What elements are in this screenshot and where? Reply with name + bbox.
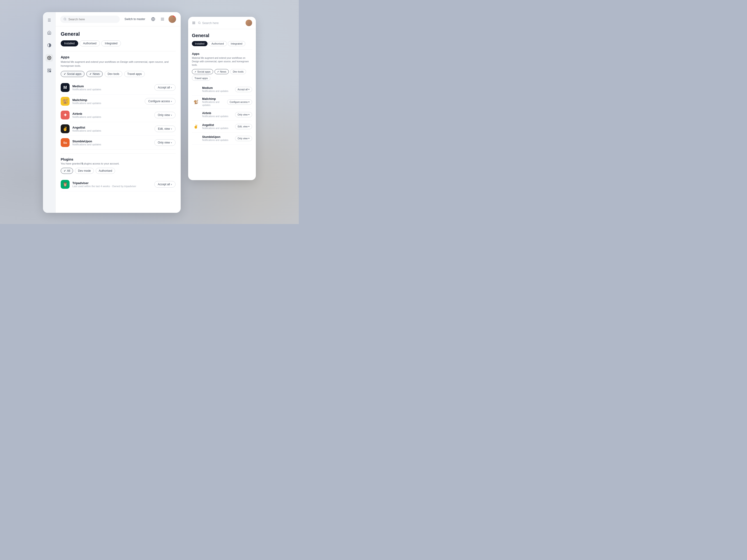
globe-icon[interactable] bbox=[150, 16, 156, 22]
tripadvisor-action-btn[interactable]: Accept all ▾ bbox=[154, 181, 176, 188]
airbnb-name: Airbnb bbox=[72, 112, 152, 115]
mailchimp-info: Mailchimp Notifications and updates bbox=[72, 98, 142, 105]
right-header: Search here bbox=[188, 17, 256, 29]
right-stumbleupon-icon: Su bbox=[192, 134, 200, 142]
mailchimp-action-btn[interactable]: Configure access ▾ bbox=[145, 98, 176, 105]
medium-action-btn[interactable]: Accept all ▾ bbox=[154, 84, 176, 91]
left-tabs: Installed Authorised Integrated bbox=[61, 41, 176, 47]
menu-icon[interactable] bbox=[159, 16, 166, 22]
right-panel: Search here General Installed Authorised… bbox=[188, 17, 256, 180]
right-app-row-airbnb: ✦ Airbnb Notifications and updates Only … bbox=[192, 109, 252, 121]
right-airbnb-name: Airbnb bbox=[202, 111, 233, 115]
app-row-medium: M Medium Notifications and updates Accep… bbox=[61, 81, 176, 95]
right-mailchimp-action-btn[interactable]: Configure access ▾ bbox=[227, 99, 252, 105]
angellist-action-btn[interactable]: Edit, view ▾ bbox=[155, 126, 176, 132]
airbnb-info: Airbnb Notifications and updates bbox=[72, 112, 152, 118]
right-chip-social[interactable]: ✓ Social apps bbox=[192, 69, 213, 74]
chip-news[interactable]: ✓ News bbox=[86, 71, 103, 77]
dropdown-arrow: ▾ bbox=[248, 125, 250, 128]
search-icon bbox=[63, 18, 67, 21]
stumbleupon-action-label: Only view bbox=[158, 141, 170, 144]
chip-label: Dev tools bbox=[233, 70, 243, 73]
right-angellist-icon: ✌ bbox=[192, 123, 200, 130]
right-angellist-name: Angellist bbox=[202, 124, 233, 127]
right-tab-installed[interactable]: Installed bbox=[192, 41, 208, 46]
medium-sub: Notifications and updates bbox=[72, 88, 152, 91]
right-body: General Installed Authorised Integrated … bbox=[188, 29, 256, 180]
sidebar-circle-icon[interactable] bbox=[46, 42, 53, 49]
sidebar-home-icon[interactable] bbox=[46, 29, 53, 36]
tab-installed[interactable]: Installed bbox=[61, 41, 78, 47]
tab-authorised[interactable]: Authorised bbox=[80, 41, 100, 47]
right-avatar[interactable] bbox=[246, 20, 252, 26]
sidebar-chart-icon[interactable] bbox=[46, 67, 53, 74]
chip-dev-tools[interactable]: Dev tools bbox=[105, 71, 122, 77]
right-app-row-angellist: ✌ Angellist Notifications and updates Ed… bbox=[192, 121, 252, 133]
plugins-filter-chips: ✓ All Dev mode Authorised bbox=[61, 168, 176, 174]
plugin-chip-devmode[interactable]: Dev mode bbox=[75, 168, 94, 174]
tripadvisor-icon: 🦉 bbox=[61, 180, 70, 189]
dropdown-arrow: ▾ bbox=[171, 86, 172, 89]
dropdown-arrow: ▾ bbox=[248, 101, 250, 103]
stumbleupon-action-btn[interactable]: Only view ▾ bbox=[154, 139, 176, 146]
sidebar: ☰ bbox=[43, 12, 56, 213]
chip-travel-apps[interactable]: Travel apps bbox=[124, 71, 145, 77]
right-tab-integrated[interactable]: Integrated bbox=[228, 41, 246, 46]
right-chip-dev[interactable]: Dev tools bbox=[230, 69, 246, 74]
main-content: Switch to master bbox=[56, 12, 181, 213]
chip-social-apps[interactable]: ✓ Social apps bbox=[61, 71, 84, 77]
search-input[interactable] bbox=[69, 18, 117, 21]
tripadvisor-name: Tripadviser bbox=[72, 181, 152, 185]
chip-label: Social apps bbox=[197, 70, 211, 73]
plugin-chip-all[interactable]: ✓ All bbox=[61, 168, 73, 174]
right-airbnb-icon: ✦ bbox=[192, 111, 200, 118]
mailchimp-icon: 🐒 bbox=[61, 97, 70, 106]
right-app-row-medium: M Medium Notifications and updates Accep… bbox=[192, 83, 252, 96]
sidebar-hamburger-icon[interactable]: ☰ bbox=[46, 16, 53, 24]
right-angellist-info: Angellist Notifications and updates bbox=[202, 124, 233, 130]
right-search[interactable]: Search here bbox=[198, 21, 243, 25]
mailchimp-action-label: Configure access bbox=[148, 100, 170, 103]
right-medium-action-btn[interactable]: Accept all ▾ bbox=[235, 87, 252, 92]
dropdown-arrow: ▾ bbox=[171, 100, 172, 103]
apps-section-desc: Material Me augment and extend your work… bbox=[61, 60, 176, 68]
panels-container: ☰ bbox=[0, 0, 299, 224]
left-search-bar[interactable] bbox=[60, 16, 120, 23]
plugin-chip-authorised[interactable]: Authorised bbox=[96, 168, 115, 174]
right-chip-travel[interactable]: Travel apps bbox=[192, 76, 210, 81]
medium-icon: M bbox=[61, 83, 70, 92]
right-airbnb-action-btn[interactable]: Only view ▾ bbox=[235, 112, 252, 117]
svg-rect-4 bbox=[48, 71, 49, 72]
right-menu-icon[interactable] bbox=[192, 21, 196, 25]
chip-label: News bbox=[93, 72, 100, 76]
angellist-name: Angellist bbox=[72, 126, 152, 129]
right-airbnb-sub: Notifications and updates bbox=[202, 115, 233, 118]
switch-master-button[interactable]: Switch to master bbox=[123, 18, 147, 21]
right-app-row-stumbleupon: Su StumbleUpon Notifications and updates… bbox=[192, 133, 252, 144]
plugins-title: Plugins bbox=[61, 157, 176, 161]
stumbleupon-icon: Su bbox=[61, 138, 70, 147]
right-angellist-action-btn[interactable]: Edit, view ▾ bbox=[235, 124, 252, 129]
right-chips: ✓ Social apps ✓ News Dev tools Travel ap… bbox=[192, 69, 252, 81]
left-header: Switch to master bbox=[56, 12, 181, 26]
airbnb-action-btn[interactable]: Only view ▾ bbox=[154, 112, 176, 118]
avatar[interactable]: 12 bbox=[169, 16, 176, 23]
dropdown-arrow: ▾ bbox=[171, 141, 172, 144]
medium-info: Medium Notifications and updates bbox=[72, 84, 152, 91]
sidebar-gear-icon[interactable] bbox=[46, 54, 53, 61]
left-page-title: General bbox=[61, 31, 176, 37]
svg-rect-5 bbox=[50, 71, 51, 72]
right-stumbleupon-action-btn[interactable]: Only view ▾ bbox=[235, 136, 252, 141]
airbnb-icon: ✦ bbox=[61, 111, 70, 119]
app-row-airbnb: ✦ Airbnb Notifications and updates Only … bbox=[61, 108, 176, 122]
angellist-info: Angellist Notifications and updates bbox=[72, 126, 152, 132]
dropdown-arrow: ▾ bbox=[248, 88, 250, 90]
chip-label: All bbox=[67, 169, 70, 172]
right-tab-authorised[interactable]: Authorised bbox=[208, 41, 227, 46]
right-chip-news[interactable]: ✓ News bbox=[214, 69, 229, 74]
check-icon: ✓ bbox=[89, 73, 92, 76]
right-medium-name: Medium bbox=[202, 86, 233, 89]
app-row-mailchimp: 🐒 Mailchimp Notifications and updates Co… bbox=[61, 95, 176, 108]
tab-integrated[interactable]: Integrated bbox=[101, 41, 121, 47]
stumbleupon-name: StumbleUpon bbox=[72, 139, 152, 143]
